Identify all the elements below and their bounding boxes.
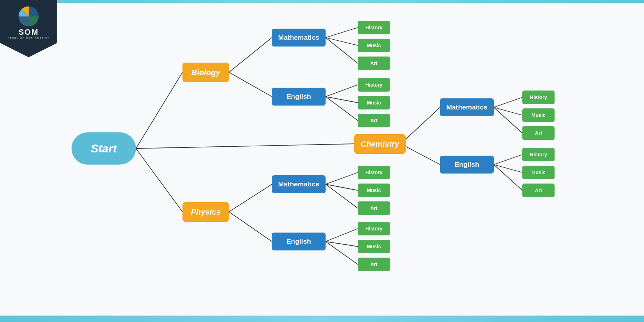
svg-line-26 <box>494 165 522 190</box>
art-phy-eng-node: Art <box>358 258 390 271</box>
music-chem-math-node: Music <box>522 108 555 122</box>
svg-line-2 <box>136 148 182 212</box>
music-phy-math-node: Music <box>358 184 390 197</box>
mathematics-bio-node: Mathematics <box>272 29 326 47</box>
svg-line-20 <box>401 144 440 165</box>
svg-line-3 <box>229 38 272 72</box>
art-bio-eng-node: Art <box>358 114 390 127</box>
history-chem-eng-node: History <box>522 148 555 161</box>
svg-line-9 <box>326 97 358 103</box>
physics-node: Physics <box>182 202 229 222</box>
chemistry-node: Chemistry <box>354 134 406 154</box>
start-node: Start <box>72 132 136 165</box>
music-phy-eng-node: Music <box>358 240 390 253</box>
art-phy-math-node: Art <box>358 201 390 215</box>
english-bio-node: English <box>272 88 326 106</box>
svg-line-13 <box>326 172 358 184</box>
logo-text-sub: STORY OF MATHEMATICS <box>8 37 49 39</box>
history-bio-math-node: History <box>358 21 390 34</box>
svg-line-4 <box>229 72 272 97</box>
english-phy-node: English <box>272 233 326 250</box>
history-phy-eng-node: History <box>358 222 390 235</box>
svg-line-0 <box>136 72 182 148</box>
svg-line-12 <box>229 212 272 241</box>
mathematics-phy-node: Mathematics <box>272 175 326 193</box>
biology-node: Biology <box>182 63 229 82</box>
svg-line-17 <box>326 241 358 247</box>
svg-line-1 <box>136 144 354 148</box>
logo-text-som: SOM <box>19 28 39 36</box>
svg-line-22 <box>494 107 522 115</box>
art-bio-math-node: Art <box>358 57 390 70</box>
logo-icon <box>18 6 39 26</box>
svg-line-7 <box>326 38 358 63</box>
art-chem-eng-node: Art <box>522 184 555 197</box>
history-phy-math-node: History <box>358 166 390 179</box>
svg-line-19 <box>401 107 440 144</box>
svg-line-24 <box>494 155 522 165</box>
art-chem-math-node: Art <box>522 126 555 140</box>
music-bio-math-node: Music <box>358 39 390 52</box>
svg-line-21 <box>494 97 522 107</box>
logo-area: SOM STORY OF MATHEMATICS <box>0 0 57 57</box>
top-stripe <box>0 0 644 3</box>
mathematics-chem-node: Mathematics <box>440 98 494 116</box>
svg-line-6 <box>326 38 358 45</box>
svg-line-23 <box>494 107 522 133</box>
english-chem-node: English <box>440 156 494 174</box>
bottom-stripe <box>0 316 644 322</box>
svg-line-18 <box>326 241 358 264</box>
svg-line-5 <box>326 28 358 38</box>
music-chem-eng-node: Music <box>522 166 555 179</box>
history-chem-math-node: History <box>522 91 555 104</box>
svg-line-16 <box>326 229 358 241</box>
svg-line-15 <box>326 184 358 208</box>
svg-line-14 <box>326 184 358 190</box>
svg-line-8 <box>326 85 358 97</box>
svg-line-11 <box>229 184 272 212</box>
svg-line-10 <box>326 97 358 121</box>
music-bio-eng-node: Music <box>358 96 390 109</box>
svg-line-25 <box>494 165 522 172</box>
history-bio-eng-node: History <box>358 78 390 92</box>
